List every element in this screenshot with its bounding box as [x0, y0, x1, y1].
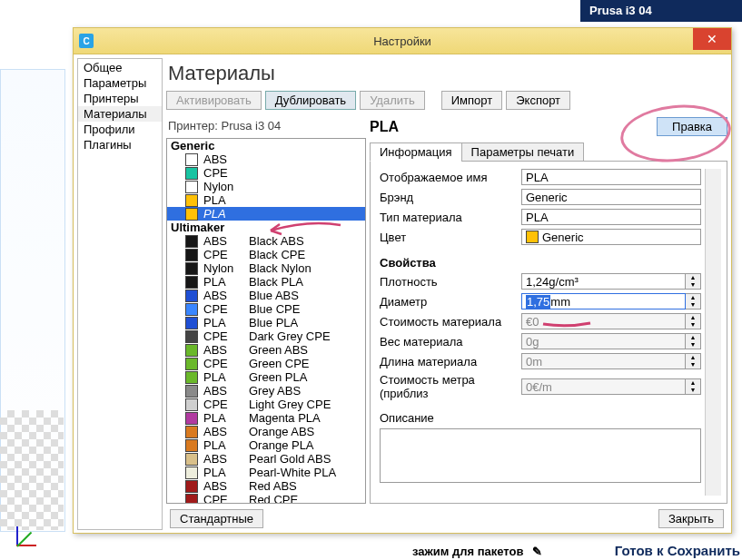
- activate-button[interactable]: Активировать: [166, 91, 262, 110]
- details-scrollbar[interactable]: [705, 169, 721, 496]
- material-row[interactable]: CPEBlue CPE: [167, 302, 365, 316]
- material-row[interactable]: PLAGreen PLA: [167, 370, 365, 384]
- material-name: Nylon: [203, 180, 243, 193]
- edit-name-icon[interactable]: ✎: [532, 545, 542, 558]
- density-input[interactable]: [521, 273, 686, 290]
- cost-mat-input[interactable]: [521, 313, 686, 329]
- material-name: PLA: [203, 411, 243, 425]
- material-variant: Dark Grey CPE: [249, 329, 331, 343]
- material-name: CPE: [203, 248, 243, 261]
- brand-input[interactable]: [521, 189, 701, 205]
- material-row[interactable]: PLA: [167, 193, 365, 207]
- app-icon: C: [79, 34, 94, 48]
- sidebar-item-0[interactable]: Общее: [78, 60, 162, 75]
- edit-button[interactable]: Правка: [657, 117, 727, 136]
- sidebar-item-1[interactable]: Параметры: [78, 75, 162, 91]
- material-row[interactable]: PLAMagenta PLA: [167, 411, 365, 425]
- material-swatch: [185, 358, 198, 370]
- materials-list[interactable]: GenericABSCPENylonPLAPLAUltimakerABSBlac…: [166, 138, 366, 504]
- material-name: CPE: [203, 357, 243, 370]
- material-row[interactable]: PLABlack PLA: [167, 275, 365, 289]
- weight-input[interactable]: [521, 333, 686, 349]
- cost-meter-input[interactable]: [521, 378, 686, 395]
- material-row[interactable]: Nylon: [167, 180, 365, 193]
- diameter-input[interactable]: 1,75mm: [521, 293, 686, 309]
- material-details-pane: PLA Правка Информация Параметры печати О…: [370, 117, 727, 504]
- export-button[interactable]: Экспорт: [506, 91, 570, 110]
- material-row[interactable]: CPERed CPE: [167, 493, 365, 504]
- delete-button[interactable]: Удалить: [360, 91, 425, 110]
- cost-mat-spin[interactable]: ▲▼: [686, 313, 701, 329]
- display-name-label: Отображаемое имя: [380, 171, 516, 184]
- close-icon[interactable]: ✕: [693, 28, 731, 50]
- close-button[interactable]: Закрыть: [658, 509, 724, 528]
- material-row[interactable]: NylonBlack Nylon: [167, 261, 365, 275]
- cost-meter-spin[interactable]: ▲▼: [686, 378, 701, 395]
- material-row[interactable]: CPELight Grey CPE: [167, 398, 365, 411]
- material-swatch: [185, 194, 198, 207]
- length-spin[interactable]: ▲▼: [686, 353, 701, 369]
- material-row[interactable]: ABSGrey ABS: [167, 384, 365, 398]
- material-swatch: [185, 208, 198, 221]
- material-name: PLA: [203, 207, 243, 221]
- material-name: ABS: [203, 425, 243, 438]
- duplicate-button[interactable]: Дублировать: [265, 91, 356, 110]
- material-swatch: [185, 235, 198, 248]
- material-swatch: [185, 439, 198, 452]
- material-row[interactable]: ABSBlack ABS: [167, 234, 365, 248]
- material-variant: Red CPE: [249, 493, 298, 504]
- material-variant: Magenta PLA: [249, 411, 321, 425]
- sidebar-item-4[interactable]: Профили: [78, 122, 162, 137]
- material-swatch: [185, 467, 198, 479]
- save-status: Готов к Сохранить: [615, 543, 740, 558]
- material-name: CPE: [203, 302, 243, 316]
- material-variant: Orange ABS: [249, 425, 314, 438]
- material-variant: Blue PLA: [249, 316, 298, 329]
- material-row[interactable]: PLAPearl-White PLA: [167, 466, 365, 479]
- settings-sidebar: ОбщееПараметрыПринтерыМатериалыПрофилиПл…: [77, 58, 163, 530]
- sidebar-item-5[interactable]: Плагины: [78, 137, 162, 152]
- description-textarea[interactable]: [380, 428, 701, 483]
- defaults-button[interactable]: Стандартные: [170, 509, 263, 528]
- material-row[interactable]: ABSBlue ABS: [167, 289, 365, 302]
- type-input[interactable]: [521, 209, 701, 225]
- material-group: Ultimaker: [167, 221, 365, 234]
- cost-mat-label: Стоимость материала: [380, 315, 516, 329]
- density-label: Плотность: [380, 275, 516, 289]
- material-row[interactable]: PLAOrange PLA: [167, 438, 365, 452]
- material-row[interactable]: ABSRed ABS: [167, 479, 365, 493]
- material-row[interactable]: ABSOrange ABS: [167, 425, 365, 438]
- material-row[interactable]: CPEGreen CPE: [167, 357, 365, 370]
- diameter-spin[interactable]: ▲▼: [686, 293, 701, 309]
- tab-print-params[interactable]: Параметры печати: [461, 142, 585, 162]
- display-name-input[interactable]: [521, 169, 701, 185]
- tab-information[interactable]: Информация: [370, 142, 462, 162]
- title-bar[interactable]: C Настройки ✕: [74, 28, 731, 54]
- brand-label: Брэнд: [380, 191, 516, 204]
- printer-name: Prusa i3 04: [589, 4, 652, 17]
- material-row[interactable]: PLA: [167, 207, 365, 221]
- material-row[interactable]: ABSGreen ABS: [167, 343, 365, 357]
- material-name: PLA: [203, 275, 243, 289]
- color-field[interactable]: Generic: [521, 229, 701, 245]
- length-input[interactable]: [521, 353, 686, 369]
- material-row[interactable]: PLABlue PLA: [167, 316, 365, 329]
- import-button[interactable]: Импорт: [441, 91, 502, 110]
- material-row[interactable]: ABS: [167, 152, 365, 166]
- material-name: ABS: [203, 384, 243, 398]
- material-row[interactable]: CPEDark Grey CPE: [167, 329, 365, 343]
- sidebar-item-2[interactable]: Принтеры: [78, 91, 162, 106]
- material-swatch: [185, 398, 198, 411]
- material-row[interactable]: ABSPearl Gold ABS: [167, 452, 365, 466]
- material-variant: Black Nylon: [249, 261, 312, 275]
- material-row[interactable]: CPE: [167, 166, 365, 180]
- material-row[interactable]: CPEBlack CPE: [167, 248, 365, 261]
- weight-spin[interactable]: ▲▼: [686, 333, 701, 349]
- material-variant: Pearl Gold ABS: [249, 452, 331, 466]
- properties-header: Свойства: [380, 256, 701, 270]
- material-swatch: [185, 317, 198, 329]
- description-label: Описание: [380, 411, 701, 425]
- sidebar-item-3[interactable]: Материалы: [78, 106, 162, 122]
- material-name: PLA: [203, 193, 243, 207]
- density-spin[interactable]: ▲▼: [686, 273, 701, 290]
